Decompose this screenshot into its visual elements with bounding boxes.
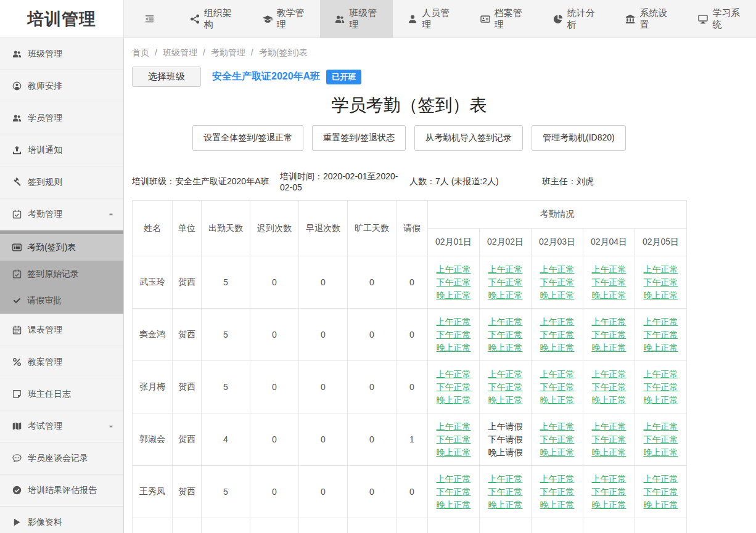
top-nav-item[interactable]: 档案管理 (466, 0, 538, 38)
attendance-status-link[interactable]: 上午正常 (583, 473, 635, 486)
sidebar-item[interactable]: 培训通知 (0, 134, 123, 166)
attendance-status-link[interactable]: 下午正常 (532, 381, 583, 394)
attendance-status-link[interactable]: 晚上正常 (583, 394, 635, 407)
sidebar-item[interactable]: 班级管理 (0, 38, 123, 70)
attendance-status-link[interactable]: 上午正常 (480, 368, 531, 381)
sidebar-subitem[interactable]: 请假审批 (0, 287, 123, 314)
sidebar-toggle-button[interactable] (124, 0, 175, 38)
attendance-status-link[interactable]: 下午正常 (583, 328, 635, 341)
attendance-status-link[interactable]: 下午正常 (635, 486, 686, 498)
attendance-status-link[interactable]: 晚上正常 (480, 289, 531, 302)
sidebar-item[interactable]: 考勤管理 (0, 198, 123, 230)
sidebar-item[interactable]: 考试管理 (0, 410, 123, 442)
attendance-status-link[interactable]: 晚上正常 (635, 394, 686, 407)
attendance-status-link[interactable]: 下午正常 (635, 433, 686, 446)
attendance-status-link[interactable]: 下午正常 (635, 328, 686, 341)
top-nav-item[interactable]: 班级管理 (320, 0, 393, 38)
sidebar-item[interactable]: 班主任日志 (0, 378, 123, 410)
top-nav-item[interactable]: 学习系统 (683, 0, 756, 38)
attendance-status-link[interactable]: 下午正常 (480, 486, 531, 498)
attendance-status-link[interactable]: 晚上正常 (532, 394, 583, 407)
sidebar-item[interactable]: 教案管理 (0, 346, 123, 378)
attendance-status-link[interactable]: 上午正常 (480, 315, 531, 328)
action-button[interactable]: 管理考勤机(ID820) (532, 125, 626, 151)
sidebar-item[interactable]: 签到规则 (0, 166, 123, 198)
attendance-status-link[interactable]: 晚上正常 (583, 498, 635, 511)
attendance-status-link[interactable]: 晚上正常 (635, 446, 686, 459)
attendance-status-link[interactable]: 上午正常 (532, 368, 583, 381)
top-nav-item[interactable]: 教学管理 (248, 0, 321, 38)
sidebar-item[interactable]: 培训结果评估报告 (0, 474, 123, 507)
sidebar-subitem[interactable]: 签到原始记录 (0, 261, 123, 287)
breadcrumb-item[interactable]: 首页 (132, 47, 149, 59)
attendance-status-link[interactable]: 晚上正常 (635, 289, 686, 302)
top-nav-item[interactable]: 系统设置 (610, 0, 683, 38)
attendance-status-link[interactable]: 下午正常 (635, 276, 686, 289)
attendance-status-link[interactable]: 上午正常 (583, 263, 635, 276)
breadcrumb-item[interactable]: 班级管理 (163, 47, 197, 59)
attendance-status-link[interactable]: 上午正常 (635, 315, 686, 328)
attendance-status-link[interactable]: 晚上正常 (480, 394, 531, 407)
attendance-status-link[interactable]: 下午正常 (532, 486, 583, 498)
breadcrumb-item[interactable]: 考勤管理 (211, 47, 245, 59)
attendance-status-link[interactable]: 晚上正常 (480, 341, 531, 354)
top-nav-item[interactable]: 组织架构 (175, 0, 248, 38)
attendance-status-link[interactable]: 晚上正常 (635, 498, 686, 511)
sidebar-item[interactable]: 课表管理 (0, 314, 123, 346)
attendance-status-link[interactable]: 上午正常 (583, 420, 635, 433)
attendance-status-link[interactable]: 晚上正常 (428, 341, 479, 354)
attendance-status-link[interactable]: 上午正常 (532, 315, 583, 328)
class-name-link[interactable]: 安全生产取证2020年A班 (212, 70, 320, 83)
attendance-status-link[interactable]: 上午正常 (428, 420, 479, 433)
attendance-status-link[interactable]: 上午正常 (635, 368, 686, 381)
sidebar-item[interactable]: 教师安排 (0, 70, 123, 102)
attendance-status-link[interactable]: 晚上正常 (532, 341, 583, 354)
sidebar-item[interactable]: 学员管理 (0, 102, 123, 134)
attendance-status-link[interactable]: 下午正常 (480, 328, 531, 341)
attendance-status-link[interactable]: 下午正常 (428, 486, 479, 498)
attendance-status-link[interactable]: 晚上正常 (532, 289, 583, 302)
attendance-status-link[interactable]: 上午正常 (480, 263, 531, 276)
attendance-status-link[interactable]: 上午正常 (428, 473, 479, 486)
attendance-status-link[interactable]: 晚上正常 (428, 498, 479, 511)
attendance-status-link[interactable]: 下午正常 (480, 276, 531, 289)
action-button[interactable]: 设置全体签到/签退正常 (192, 125, 303, 151)
attendance-status-link[interactable]: 晚上正常 (428, 394, 479, 407)
attendance-status-link[interactable]: 上午正常 (428, 315, 479, 328)
attendance-status-link[interactable]: 晚上正常 (583, 446, 635, 459)
attendance-status-link[interactable]: 下午正常 (428, 328, 479, 341)
attendance-status-link[interactable]: 晚上正常 (428, 289, 479, 302)
attendance-status-link[interactable]: 下午正常 (532, 328, 583, 341)
attendance-status-link[interactable]: 下午正常 (635, 381, 686, 394)
attendance-status-link[interactable]: 下午正常 (428, 276, 479, 289)
attendance-status-link[interactable]: 下午正常 (583, 486, 635, 498)
sidebar-item[interactable]: 学员座谈会记录 (0, 442, 123, 474)
action-button[interactable]: 重置签到/签退状态 (312, 125, 406, 151)
attendance-status-link[interactable]: 下午正常 (532, 433, 583, 446)
attendance-status-link[interactable]: 晚上正常 (480, 498, 531, 511)
action-button[interactable]: 从考勤机导入签到记录 (414, 125, 523, 151)
attendance-status-link[interactable]: 晚上正常 (583, 341, 635, 354)
attendance-status-link[interactable]: 上午正常 (532, 263, 583, 276)
select-class-button[interactable]: 选择班级 (132, 67, 201, 87)
attendance-status-link[interactable]: 晚上正常 (635, 341, 686, 354)
attendance-status-link[interactable]: 上午正常 (532, 420, 583, 433)
attendance-status-link[interactable]: 上午正常 (428, 368, 479, 381)
attendance-status-link[interactable]: 上午正常 (428, 263, 479, 276)
attendance-status-link[interactable]: 下午正常 (428, 433, 479, 446)
attendance-status-link[interactable]: 上午正常 (583, 315, 635, 328)
attendance-status-link[interactable]: 晚上正常 (583, 289, 635, 302)
attendance-status-link[interactable]: 上午正常 (532, 473, 583, 486)
top-nav-item[interactable]: 人员管理 (393, 0, 466, 38)
attendance-status-link[interactable]: 下午正常 (480, 381, 531, 394)
attendance-status-link[interactable]: 上午正常 (635, 263, 686, 276)
attendance-status-link[interactable]: 上午正常 (635, 473, 686, 486)
attendance-status-link[interactable]: 下午正常 (583, 433, 635, 446)
sidebar-item[interactable]: 影像资料 (0, 507, 123, 533)
attendance-status-link[interactable]: 晚上正常 (532, 446, 583, 459)
attendance-status-link[interactable]: 下午正常 (583, 276, 635, 289)
attendance-status-link[interactable]: 上午正常 (583, 368, 635, 381)
top-nav-item[interactable]: 统计分析 (538, 0, 611, 38)
attendance-status-link[interactable]: 晚上正常 (532, 498, 583, 511)
attendance-status-link[interactable]: 晚上正常 (428, 446, 479, 459)
